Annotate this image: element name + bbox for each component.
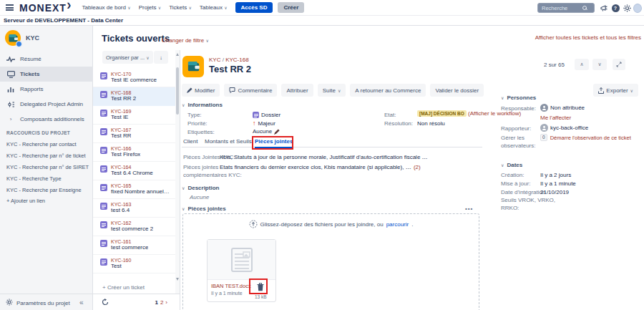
reporter-value[interactable]: kyc-back-office [540, 124, 588, 132]
tab-montants-et-seuils[interactable]: Montants et Seuils [205, 138, 252, 145]
list-scrollbar[interactable] [175, 50, 180, 294]
browse-files-link[interactable]: parcourir [386, 221, 409, 228]
project-header[interactable]: KYC [5, 30, 39, 46]
ticket-row[interactable]: KYC-159 [93, 273, 176, 275]
file-dropzone[interactable]: Glissez-déposez des fichiers pour les jo… [182, 213, 479, 310]
search-box[interactable] [537, 3, 595, 13]
dates-section-header[interactable]: ∨Dates [501, 162, 522, 168]
sidebar-item-delegated-admin[interactable]: Delegated Project Admin [0, 97, 93, 112]
ellipsis-more[interactable]: … [406, 164, 412, 170]
assign-to-me-link[interactable]: Me l'affecter [540, 115, 571, 121]
shortcut-recherche-siret[interactable]: KYC - Recherche par n° de SIRET [6, 162, 91, 173]
dossier-type-icon [253, 112, 259, 118]
shortcut-recherche-enseigne[interactable]: KYC - Recherche par Enseigne [6, 185, 91, 196]
collapse-sidebar-button[interactable]: « [79, 299, 84, 306]
nav-tickets[interactable]: Tickets ∨ [169, 4, 192, 11]
ticket-row[interactable]: KYC-165fixed Nombre annuel d... [93, 180, 176, 199]
ticket-row[interactable]: KYC-164Test 6.4 Chrome [93, 162, 176, 180]
ticket-row[interactable]: KYC-167Test RR [93, 125, 176, 143]
export-button[interactable]: Exporter ∨ [593, 84, 638, 97]
ellipsis-more[interactable]: … [422, 154, 429, 160]
user-avatar[interactable] [633, 4, 642, 12]
search-input[interactable] [538, 5, 582, 11]
ticket-row[interactable]: KYC-160Test [93, 255, 176, 273]
scrollbar-thumb[interactable] [176, 67, 179, 115]
pieces-jointes-kyc-value: Kbis, Statuts à jour de la personne mora… [220, 154, 477, 160]
attachments-menu-dots[interactable]: ••• [465, 205, 473, 212]
ticket-row[interactable]: KYC-166Test Firefox [93, 143, 176, 162]
ticket-row[interactable]: KYC-162test commerce 2 [93, 218, 176, 236]
previous-ticket-button[interactable]: ∧ [575, 59, 589, 70]
ticket-avatar-wallet-icon [182, 56, 204, 77]
nav-tableaux-de-bord[interactable]: Tableaux de bord ∨ [82, 4, 131, 11]
attachment-count[interactable]: (2) [414, 164, 421, 170]
create-ticket-link[interactable]: + Créer un ticket [102, 284, 145, 291]
chevron-down-icon: ∨ [188, 6, 191, 10]
attachments-section-header[interactable]: ∨Pièces jointes [182, 205, 226, 212]
ticket-row[interactable]: KYC-169Test IE [93, 106, 176, 125]
watchers-label-1: Gérer les [501, 135, 525, 141]
resolution-value: Non résolu [417, 120, 445, 127]
edit-button[interactable]: Modifier [182, 84, 220, 97]
help-icon[interactable]: ? [611, 4, 620, 12]
page-1[interactable]: 1 [155, 299, 157, 306]
order-by-dropdown[interactable]: Organiser par ... ∨ [102, 51, 153, 64]
start-watching-link[interactable]: Démarre l'observation de ce ticket [550, 135, 631, 141]
trash-icon[interactable] [255, 281, 266, 292]
shortcut-recherche-ticket[interactable]: KYC - Recherche par n° de ticket [6, 150, 91, 162]
breadcrumb-ticket-link[interactable]: KYC-168 [225, 57, 248, 63]
tab-client[interactable]: Client [183, 138, 197, 145]
comment-button[interactable]: Commentaire [224, 84, 277, 97]
sidebar-item-tickets[interactable]: Tickets [0, 67, 93, 82]
page-2[interactable]: 2 [160, 299, 163, 306]
sidebar-item-composants[interactable]: › Composants additionnels [0, 112, 93, 127]
sidebar-item-rapports[interactable]: Rapports [0, 82, 93, 97]
shortcut-recherche-contact[interactable]: KYC - Recherche par contact [6, 139, 91, 150]
description-section-header[interactable]: ∨Description [182, 185, 219, 191]
scroll-up-arrow[interactable] [176, 53, 179, 56]
expand-icon[interactable] [613, 59, 625, 70]
project-settings-label[interactable]: Paramètres du projet [16, 300, 70, 306]
tab-pieces-jointes[interactable]: Pièces jointes [255, 138, 293, 148]
watchers-count-badge[interactable]: 0 [540, 134, 547, 141]
shortcut-recherche-type[interactable]: KYC - Recherche Type [6, 173, 91, 185]
people-section-header[interactable]: ∨Personnes [501, 95, 536, 101]
scroll-down-arrow[interactable] [176, 278, 179, 281]
state-label: Etat: [384, 112, 396, 118]
monext-logo[interactable]: MONEXT❯ [19, 2, 72, 14]
megaphone-icon[interactable] [600, 4, 608, 12]
sidebar-item-resume[interactable]: Résumé [0, 52, 93, 67]
shortcuts-list: KYC - Recherche par contact KYC - Recher… [6, 139, 91, 196]
nav-tableaux[interactable]: Tableaux ∨ [200, 4, 228, 11]
create-button[interactable]: Créer [278, 2, 304, 13]
breadcrumb-project-link[interactable]: KYC [209, 57, 220, 63]
pencil-icon[interactable] [274, 129, 280, 135]
acces-sd-button[interactable]: Accès SD [235, 2, 273, 13]
informations-section-header[interactable]: ∨Informations [182, 102, 223, 108]
sort-direction-button[interactable]: ↓ [154, 51, 168, 64]
ticket-row[interactable]: KYC-163test 6.4 [93, 199, 176, 218]
project-badge [16, 41, 22, 47]
return-to-commerce-button[interactable]: A retourner au Commerce [350, 84, 426, 97]
ticket-row[interactable]: KYC-170Test IE commerce [93, 69, 176, 87]
assignee-value[interactable]: Non attribuée [540, 104, 585, 112]
ticket-row[interactable]: KYC-161test commerce [93, 236, 176, 255]
add-link-button[interactable]: + Ajouter un lien [6, 198, 45, 204]
refresh-icon[interactable] [102, 299, 109, 306]
attachment-card[interactable]: IBAN TEST.docx Il y a 1 minute 13 kB [207, 239, 276, 302]
gear-icon[interactable] [623, 4, 631, 12]
integration-date-label-1: Date d'intégration [501, 189, 545, 195]
show-all-tickets-link[interactable]: Afficher toutes les tickets et tous les … [535, 34, 641, 41]
change-filter-link[interactable]: Changer de filtre ∨ [162, 37, 209, 44]
attachment-file-name[interactable]: IBAN TEST.docx [211, 283, 253, 289]
settings-gear-icon[interactable] [6, 299, 13, 306]
assign-button[interactable]: Attribuer [281, 84, 313, 97]
hamburger-menu-icon[interactable] [6, 4, 14, 11]
validate-dossier-button[interactable]: Valider le dossier [430, 84, 484, 97]
page-next-arrow[interactable]: › [165, 299, 167, 306]
ticket-row-selected[interactable]: KYC-168Test RR 2 [93, 87, 176, 106]
nav-projets[interactable]: Projets ∨ [139, 4, 162, 11]
reporter-avatar-icon [540, 124, 548, 132]
more-actions-button[interactable]: Suite ∨ [318, 84, 346, 97]
next-ticket-button[interactable]: ∨ [592, 59, 607, 70]
